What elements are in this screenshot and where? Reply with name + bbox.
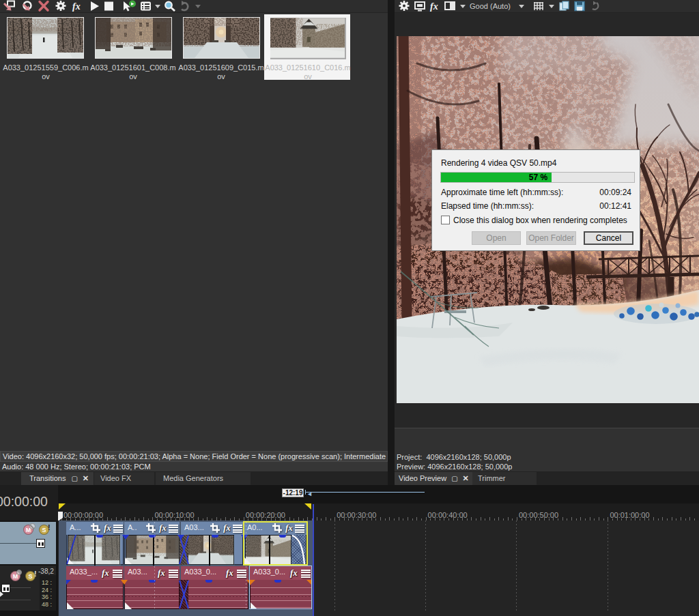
svg-text:fx: fx	[430, 1, 438, 12]
svg-text:fx: fx	[72, 1, 81, 12]
